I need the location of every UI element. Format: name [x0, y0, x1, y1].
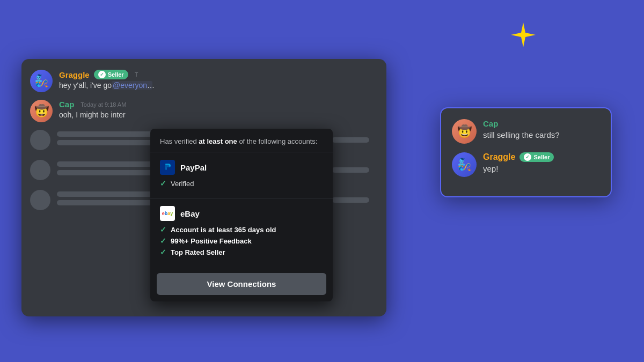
ebay-check-2-text: 99%+ Positive Feedback [171, 237, 252, 245]
paypal-name: PayPal [180, 163, 207, 172]
right-card-text-cap: still selling the cards? [483, 129, 560, 141]
right-card-header-graggle: Graggle ✓ Seller [483, 152, 554, 162]
right-card-seller-badge[interactable]: ✓ Seller [519, 152, 554, 162]
right-card: 🤠 Cap still selling the cards? 🧞 Graggle… [440, 107, 612, 197]
message-row-graggle: 🧞 Graggle ✓ Seller T hey y'all, i've go@… [30, 70, 378, 92]
username-cap: Cap [59, 100, 74, 109]
message-body-cap: Cap Today at 9:18 AM ooh, I might be int… [59, 100, 126, 121]
tooltip-header-text: Has verified at least one of the followi… [160, 137, 317, 145]
right-card-avatar-cap: 🤠 [452, 119, 477, 144]
right-card-body-graggle: Graggle ✓ Seller yep! [483, 152, 554, 174]
message-row-cap: 🤠 Cap Today at 9:18 AM ooh, I might be i… [30, 100, 378, 122]
message-body-graggle: Graggle ✓ Seller T hey y'all, i've go@ev… [59, 70, 156, 91]
right-card-message-graggle: 🧞 Graggle ✓ Seller yep! [452, 152, 600, 177]
right-card-message-cap: 🤠 Cap still selling the cards? [452, 119, 600, 144]
right-card-body-cap: Cap still selling the cards? [483, 119, 560, 141]
skeleton-timestamp-2 [332, 167, 369, 173]
check-icon: ✓ [160, 179, 166, 188]
tooltip-header-bold: at least one [199, 137, 237, 145]
ebay-logo: ebay [160, 206, 175, 221]
right-card-username-graggle: Graggle [483, 152, 515, 162]
message-timestamp-cap: Today at 9:18 AM [80, 101, 126, 108]
tooltip-section-ebay: ebay eBay ✓ Account is at least 365 days… [150, 198, 333, 267]
skeleton-timestamp-1 [332, 137, 369, 143]
ebay-check-1: ✓ Account is at least 365 days old [160, 225, 323, 234]
message-timestamp-graggle: T [135, 71, 138, 78]
right-card-text-graggle: yep! [483, 163, 554, 174]
skeleton-avatar-1 [30, 130, 50, 150]
username-graggle: Graggle [59, 70, 90, 79]
ebay-logo-y: y [170, 211, 173, 216]
tooltip-section-paypal: PayPal ✓ Verified [150, 152, 333, 198]
tooltip-popup: Has verified at least one of the followi… [150, 129, 333, 301]
message-header-graggle: Graggle ✓ Seller T [59, 70, 156, 79]
ebay-check-3: ✓ Top Rated Seller [160, 248, 323, 256]
svg-marker-0 [511, 23, 536, 47]
chat-window: 🧞 Graggle ✓ Seller T hey y'all, i've go@… [21, 59, 386, 316]
message-text-graggle: hey y'all, i've go@everyone when do [59, 80, 156, 91]
view-connections-button[interactable]: View Connections [157, 273, 326, 295]
right-card-header-cap: Cap [483, 119, 560, 128]
skeleton-avatar-2 [30, 160, 50, 180]
service-header-ebay: ebay eBay [160, 206, 323, 221]
avatar-graggle: 🧞 [30, 70, 53, 92]
ebay-check-2: ✓ 99%+ Positive Feedback [160, 237, 323, 245]
paypal-logo [160, 160, 175, 175]
skeleton-avatar-3 [30, 190, 50, 210]
seller-badge[interactable]: ✓ Seller [94, 70, 128, 79]
skeleton-timestamp-3 [332, 197, 369, 203]
paypal-verified-text: Verified [171, 180, 194, 188]
service-header-paypal: PayPal [160, 160, 323, 175]
check-icon: ✓ [160, 237, 166, 245]
paypal-check-verified: ✓ Verified [160, 179, 323, 188]
right-card-avatar-graggle: 🧞 [452, 152, 477, 177]
check-icon: ✓ [160, 248, 166, 256]
right-card-seller-badge-label: Seller [533, 154, 550, 160]
message-text-cap: ooh, I might be inter [59, 110, 126, 121]
seller-badge-check-icon: ✓ [98, 71, 106, 78]
ebay-check-3-text: Top Rated Seller [171, 248, 225, 256]
message-header-cap: Cap Today at 9:18 AM [59, 100, 126, 109]
mention-everyone: @everyone [112, 81, 152, 90]
avatar-cap: 🤠 [30, 100, 53, 122]
right-card-username-cap: Cap [483, 119, 498, 128]
check-icon: ✓ [160, 225, 166, 234]
star-decoration [510, 21, 537, 48]
ebay-name: eBay [180, 209, 200, 218]
background: 🧞 Graggle ✓ Seller T hey y'all, i've go@… [0, 0, 644, 362]
right-card-seller-badge-check-icon: ✓ [524, 153, 531, 161]
ebay-check-1-text: Account is at least 365 days old [171, 226, 276, 234]
seller-badge-label: Seller [108, 71, 124, 78]
tooltip-header: Has verified at least one of the followi… [150, 129, 333, 152]
